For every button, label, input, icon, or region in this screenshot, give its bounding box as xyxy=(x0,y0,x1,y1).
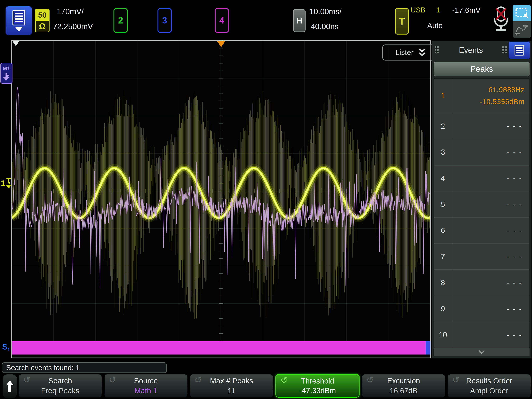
channel2-label: 2 xyxy=(118,15,123,26)
events-panel-header: Events xyxy=(432,41,531,59)
softkey-label: Results Order xyxy=(466,377,513,385)
softkey-excursion[interactable]: ↻ Excursion 16.67dB xyxy=(362,374,445,398)
table-row[interactable]: 7 - - - xyxy=(434,244,529,270)
softkey-threshold[interactable]: ↻ Threshold -47.33dBm xyxy=(275,374,360,398)
search-track-bar xyxy=(12,341,426,355)
back-up-button[interactable] xyxy=(2,374,17,398)
table-row[interactable]: 8 - - - xyxy=(434,270,529,296)
softkey-value: 11 xyxy=(228,387,235,395)
events-menu-button[interactable] xyxy=(508,41,530,59)
channel3-button[interactable]: 3 xyxy=(158,8,172,33)
row-number: 4 xyxy=(434,166,452,191)
channel1-ground-marker[interactable]: 1 xyxy=(1,174,11,192)
double-chevron-down-icon xyxy=(418,48,426,57)
channel1-ohm-symbol: Ω xyxy=(36,21,49,32)
softkey-source[interactable]: ↻ Source Math 1 xyxy=(104,374,188,398)
channel1-scale[interactable]: 170mV/ xyxy=(57,7,84,16)
row-number: 10 xyxy=(434,322,452,348)
softkey-value: Freq Peaks xyxy=(41,387,79,395)
rotary-knob-icon: ↻ xyxy=(109,375,116,385)
events-panel-title: Events xyxy=(441,46,501,55)
time-reference-marker[interactable] xyxy=(13,41,19,46)
softkey-label: Threshold xyxy=(301,377,334,385)
peak-frequency-value: 61.9888Hz xyxy=(488,86,525,94)
lister-dropdown[interactable]: Lister xyxy=(382,44,439,61)
search-events-status: Search events found: 1 xyxy=(2,362,167,373)
peaks-table: 1 61.9888Hz -10.5356dBm 2 - - - 3 - - - … xyxy=(434,78,530,348)
softkey-max-peaks[interactable]: ↻ Max # Peaks 11 xyxy=(190,374,273,398)
softkey-label: Source xyxy=(134,377,158,385)
channel1-offset[interactable]: -72.2500mV xyxy=(50,22,93,31)
channel4-label: 4 xyxy=(219,15,224,26)
row-number: 2 xyxy=(434,113,452,139)
table-row[interactable]: 2 - - - xyxy=(434,113,529,139)
trigger-source[interactable]: 1 xyxy=(436,6,440,14)
drag-handle-icon[interactable] xyxy=(435,46,439,54)
waveform-drag-button[interactable] xyxy=(513,21,531,38)
row-value: - - - xyxy=(452,322,529,348)
trigger-button[interactable]: T xyxy=(395,8,409,35)
table-row[interactable]: 3 - - - xyxy=(434,139,529,166)
ground-symbol-icon xyxy=(6,175,11,191)
channel2-button[interactable]: 2 xyxy=(114,8,128,33)
search1-track-label: S1 xyxy=(2,342,10,353)
search-track-bar-end xyxy=(426,341,430,355)
lister-label: Lister xyxy=(395,48,414,57)
row-value: - - - xyxy=(452,139,529,165)
row-value: - - - xyxy=(452,166,529,191)
rotary-knob-icon: ↻ xyxy=(280,375,288,385)
row-number: 8 xyxy=(434,270,452,296)
math1-label: M1 xyxy=(3,65,10,71)
table-row[interactable]: 4 - - - xyxy=(434,166,529,192)
menu-icon xyxy=(13,10,25,25)
row-number: 5 xyxy=(434,191,452,217)
up-arrow-icon xyxy=(6,380,14,393)
peaks-header-button[interactable]: Peaks xyxy=(434,61,530,76)
row-value: - - - xyxy=(452,113,529,139)
softkey-results-order[interactable]: ↻ Results Order Ampl Order xyxy=(448,374,531,398)
trigger-level[interactable]: -17.6mV xyxy=(452,6,481,15)
channel1-button[interactable]: 50 Ω xyxy=(35,9,50,32)
waveform-canvas[interactable] xyxy=(12,41,430,341)
row-value: - - - xyxy=(452,191,529,217)
drag-handle-icon[interactable] xyxy=(502,46,507,54)
events-panel: Events Peaks 1 61.9888Hz -10.5356dBm 2 -… xyxy=(432,41,532,358)
math1-ground-marker[interactable]: M1 xyxy=(0,63,13,84)
channel1-marker-label: 1 xyxy=(1,178,5,188)
row-number: 6 xyxy=(434,218,452,243)
row-number: 7 xyxy=(434,244,452,270)
zone-select-button[interactable] xyxy=(513,5,531,21)
table-row[interactable]: 10 - - - xyxy=(434,322,529,348)
horizontal-label: H xyxy=(296,16,302,25)
peak-amplitude-value: -10.5356dBm xyxy=(480,98,525,106)
ground-arrow-icon xyxy=(3,73,10,81)
touch-mode-buttons xyxy=(513,5,531,38)
main-menu-button[interactable] xyxy=(5,6,32,35)
row-value: - - - xyxy=(452,270,529,296)
softkey-search[interactable]: ↻ Search Freq Peaks xyxy=(19,374,102,398)
table-scroll-down[interactable] xyxy=(434,348,530,356)
softkey-label: Search xyxy=(48,377,72,385)
table-row[interactable]: 6 - - - xyxy=(434,218,529,244)
trigger-type[interactable]: USB xyxy=(411,6,425,14)
horizontal-button[interactable]: H xyxy=(293,9,305,32)
softkey-label: Excursion xyxy=(387,377,420,385)
chevron-down-icon xyxy=(478,350,485,354)
row-number: 9 xyxy=(434,296,452,322)
row-value: - - - xyxy=(452,296,529,322)
menu-icon xyxy=(514,45,524,55)
trigger-label: T xyxy=(399,16,405,27)
rotary-knob-icon: ↻ xyxy=(23,375,30,385)
horizontal-delay[interactable]: 40.00ns xyxy=(311,22,339,31)
table-row[interactable]: 5 - - - xyxy=(434,191,529,218)
trigger-mode[interactable]: Auto xyxy=(427,21,443,30)
softkey-value: Ampl Order xyxy=(470,387,508,395)
horizontal-scale[interactable]: 10.00ms/ xyxy=(309,7,342,16)
rotary-knob-icon: ↻ xyxy=(452,375,459,385)
softkey-value: Math 1 xyxy=(134,387,157,395)
table-row[interactable]: 9 - - - xyxy=(434,296,529,322)
channel4-button[interactable]: 4 xyxy=(215,8,229,33)
trigger-position-marker[interactable] xyxy=(217,41,225,47)
table-row[interactable]: 1 61.9888Hz -10.5356dBm xyxy=(434,79,529,113)
channel3-label: 3 xyxy=(162,15,167,26)
